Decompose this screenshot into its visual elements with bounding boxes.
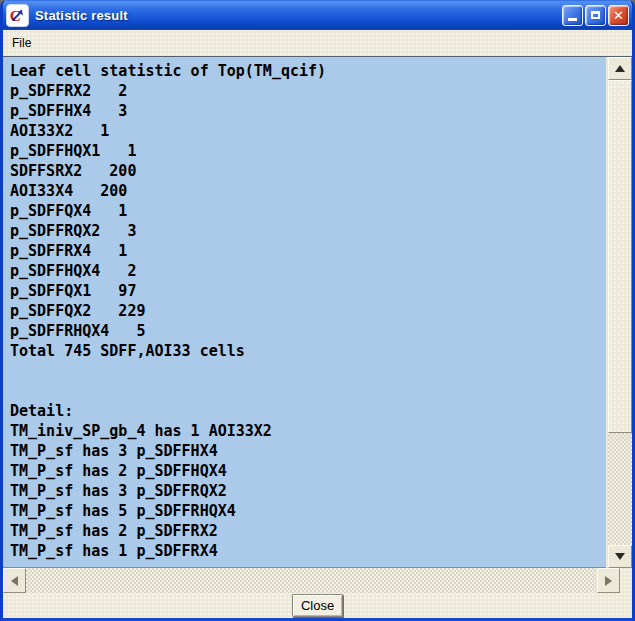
arrow-left-icon xyxy=(11,576,18,586)
arrow-up-icon xyxy=(615,65,625,72)
window-title: Statistic result xyxy=(35,8,562,23)
maximize-icon xyxy=(591,11,600,19)
minimize-button[interactable] xyxy=(562,5,583,26)
scroll-left-button[interactable] xyxy=(3,568,26,593)
statistic-text-area[interactable]: Leaf cell statistic of Top(TM_qcif) p_SD… xyxy=(3,57,606,568)
horizontal-scrollbar xyxy=(3,568,620,593)
vertical-scrollbar xyxy=(608,57,632,568)
scroll-down-button[interactable] xyxy=(608,545,632,568)
footer-bar: Close xyxy=(3,593,632,618)
output-text: Leaf cell statistic of Top(TM_qcif) p_SD… xyxy=(3,57,606,561)
svg-text:C: C xyxy=(10,7,21,24)
scroll-right-button[interactable] xyxy=(597,568,620,593)
minimize-icon xyxy=(568,18,577,21)
arrow-right-icon xyxy=(605,576,612,586)
horizontal-scrollbar-trough[interactable] xyxy=(26,568,597,593)
menu-item-file[interactable]: File xyxy=(3,34,40,52)
statistic-result-window: C Statistic result ✕ File Leaf cell stat… xyxy=(0,0,635,621)
maximize-button[interactable] xyxy=(585,5,606,26)
vertical-scrollbar-thumb[interactable] xyxy=(608,80,632,433)
titlebar-buttons: ✕ xyxy=(562,5,629,26)
close-window-button[interactable]: ✕ xyxy=(608,5,629,26)
app-logo-icon: C xyxy=(6,4,29,27)
arrow-down-icon xyxy=(615,553,625,560)
title-bar[interactable]: C Statistic result ✕ xyxy=(0,0,635,30)
close-button[interactable]: Close xyxy=(292,594,343,617)
vertical-scrollbar-trough[interactable] xyxy=(608,433,632,545)
close-icon: ✕ xyxy=(613,9,624,22)
scroll-up-button[interactable] xyxy=(608,57,632,80)
menu-bar: File xyxy=(3,30,632,57)
